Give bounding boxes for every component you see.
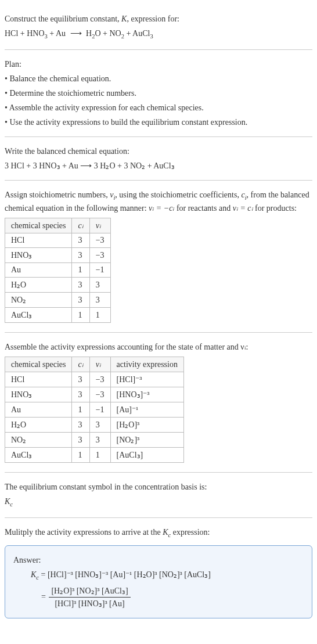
cell-c: 3 xyxy=(72,418,89,433)
plan-bullet-1: • Balance the chemical equation. xyxy=(5,73,312,85)
intro-line1: Construct the equilibrium constant, K, e… xyxy=(5,13,312,25)
cell-v: 3 xyxy=(89,278,110,293)
cell-species: AuCl₃ xyxy=(5,308,72,323)
st-a: Assign stoichiometric numbers, xyxy=(5,190,110,199)
table-row: AuCl₃11 xyxy=(5,308,111,323)
table-row: AuCl₃11[AuCl₃] xyxy=(5,448,184,463)
cell-activity: [HNO₃]⁻³ xyxy=(110,387,183,402)
intro-post: , expression for: xyxy=(127,15,179,23)
plan-header: Plan: xyxy=(5,58,312,70)
table-row: NO₂33[NO₂]³ xyxy=(5,433,184,448)
col-species: chemical species xyxy=(5,218,72,233)
kc-c: c xyxy=(10,501,13,508)
cell-v: −3 xyxy=(89,372,110,387)
eq-rhs-b: O + NO xyxy=(95,29,121,38)
mult-a: Mulitply the activity expressions to arr… xyxy=(5,528,163,537)
kc-symbol-section: The equilibrium constant symbol in the c… xyxy=(5,473,312,518)
col-ci: cᵢ xyxy=(72,218,89,233)
st-e: for reactants and xyxy=(174,204,232,213)
cell-species: HCl xyxy=(5,233,72,248)
plan-bullet-3: • Assemble the activity expression for e… xyxy=(5,102,312,114)
cell-activity: [Au]⁻¹ xyxy=(110,402,183,418)
ans-eq: = xyxy=(39,570,48,579)
multiply-line: Mulitply the activity expressions to arr… xyxy=(5,526,312,540)
st-f: for products: xyxy=(253,204,297,213)
table-row: Au1−1[Au]⁻¹ xyxy=(5,402,184,418)
table-row: H₂O33[H₂O]³ xyxy=(5,418,184,433)
activity-table: chemical species cᵢ νᵢ activity expressi… xyxy=(5,357,184,463)
st-b: , using the stoichiometric coefficients, xyxy=(115,190,241,199)
cell-c: 1 xyxy=(72,263,89,278)
eq-rhs-c: + AuCl xyxy=(124,29,150,38)
cell-c: 1 xyxy=(72,448,89,463)
balance-line: Write the balanced chemical equation: xyxy=(5,145,312,157)
cell-c: 1 xyxy=(72,308,89,323)
plan-bullet-2: • Determine the stoichiometric numbers. xyxy=(5,87,312,99)
cell-v: 1 xyxy=(89,308,110,323)
ans-num: [H₂O]³ [NO₂]³ [AuCl₃] xyxy=(49,585,130,598)
cell-c: 3 xyxy=(72,433,89,448)
cell-v: 3 xyxy=(89,418,110,433)
cell-species: NO₂ xyxy=(5,433,72,448)
table-row: NO₂33 xyxy=(5,293,111,308)
cell-activity: [H₂O]³ xyxy=(110,418,183,433)
cell-species: Au xyxy=(5,402,72,418)
unbalanced-equation: HCl + HNO3 + Au ⟶ H2O + NO2 + AuCl3 xyxy=(5,27,312,41)
stoich-section: Assign stoichiometric numbers, νi, using… xyxy=(5,181,312,333)
table-header-row: chemical species cᵢ νᵢ xyxy=(5,218,111,233)
col-nui: νᵢ xyxy=(89,357,110,372)
answer-eq-frac: = [H₂O]³ [NO₂]³ [AuCl₃] [HCl]³ [HNO₃]³ [… xyxy=(41,585,304,610)
st-eq2: νᵢ = cᵢ xyxy=(233,204,253,213)
kc-line: The equilibrium constant symbol in the c… xyxy=(5,481,312,493)
k-symbol: K xyxy=(121,15,127,23)
col-activity: activity expression xyxy=(110,357,183,372)
answer-box: Answer: Kc = [HCl]⁻³ [HNO₃]⁻³ [Au]⁻¹ [H₂… xyxy=(5,545,312,618)
assemble-line: Assemble the activity expressions accoun… xyxy=(5,341,312,353)
cell-species: H₂O xyxy=(5,418,72,433)
cell-c: 3 xyxy=(72,248,89,263)
cell-species: H₂O xyxy=(5,278,72,293)
table-row: H₂O33 xyxy=(5,278,111,293)
cell-activity: [NO₂]³ xyxy=(110,433,183,448)
table-row: Au1−1 xyxy=(5,263,111,278)
ans-den: [HCl]³ [HNO₃]³ [Au] xyxy=(49,598,130,610)
cell-c: 3 xyxy=(72,293,89,308)
mult-k: K xyxy=(163,528,168,537)
table-row: HNO₃3−3 xyxy=(5,248,111,263)
intro-pre: Construct the equilibrium constant, xyxy=(5,15,121,23)
mult-post: expression: xyxy=(171,528,210,537)
cell-v: 3 xyxy=(89,293,110,308)
cell-species: AuCl₃ xyxy=(5,448,72,463)
col-species: chemical species xyxy=(5,357,72,372)
cell-v: −3 xyxy=(89,387,110,402)
arrow-icon: ⟶ xyxy=(70,27,82,39)
cell-v: −3 xyxy=(89,233,110,248)
cell-species: HNO₃ xyxy=(5,387,72,402)
intro-section: Construct the equilibrium constant, K, e… xyxy=(5,5,312,50)
kc-k: K xyxy=(5,497,10,506)
answer-fraction: [H₂O]³ [NO₂]³ [AuCl₃] [HCl]³ [HNO₃]³ [Au… xyxy=(49,585,130,610)
cell-v: 3 xyxy=(89,433,110,448)
cell-activity: [AuCl₃] xyxy=(110,448,183,463)
activity-section: Assemble the activity expressions accoun… xyxy=(5,333,312,473)
answer-eq-flat: Kc = [HCl]⁻³ [HNO₃]⁻³ [Au]⁻¹ [H₂O]³ [NO₂… xyxy=(31,569,304,582)
cell-c: 3 xyxy=(72,387,89,402)
cell-activity: [HCl]⁻³ xyxy=(110,372,183,387)
cell-v: −1 xyxy=(89,263,110,278)
col-nui: νᵢ xyxy=(89,218,110,233)
answer-label: Answer: xyxy=(13,554,304,566)
cell-species: HNO₃ xyxy=(5,248,72,263)
cell-species: NO₂ xyxy=(5,293,72,308)
ans-eq2: = xyxy=(41,592,48,600)
balanced-section: Write the balanced chemical equation: 3 … xyxy=(5,137,312,181)
table-row: HCl3−3 xyxy=(5,233,111,248)
st-eq1: νᵢ = −cᵢ xyxy=(149,204,174,213)
sub-3b: 3 xyxy=(150,33,153,39)
cell-v: −1 xyxy=(89,402,110,418)
cell-c: 3 xyxy=(72,372,89,387)
ans-k: K xyxy=(31,570,36,579)
table-row: HNO₃3−3[HNO₃]⁻³ xyxy=(5,387,184,402)
col-ci: cᵢ xyxy=(72,357,89,372)
eq-rhs-a: H xyxy=(86,29,92,38)
ans-flat: [HCl]⁻³ [HNO₃]⁻³ [Au]⁻¹ [H₂O]³ [NO₂]³ [A… xyxy=(48,570,211,579)
